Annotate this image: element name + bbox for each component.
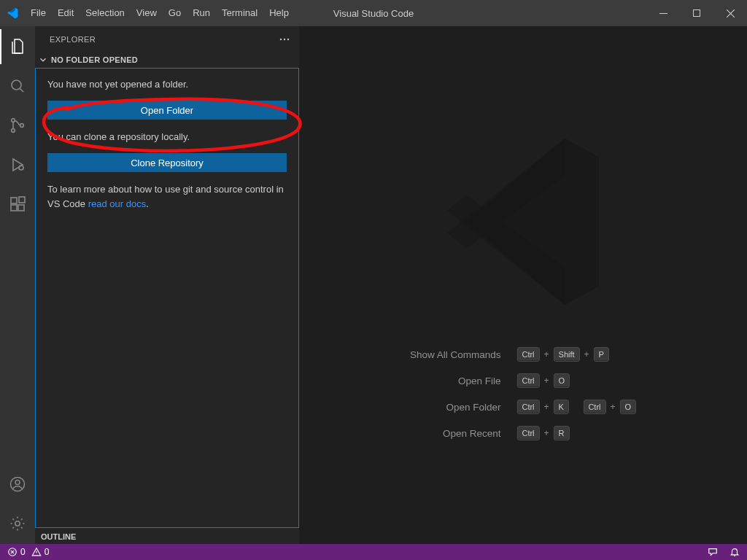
explorer-sidebar: EXPLORER NO FOLDER OPENED You have not y… [35, 26, 299, 544]
plus-icon: + [544, 428, 549, 438]
editor-area: Show All Commands Ctrl+Shift+P Open File… [299, 26, 747, 544]
more-actions-icon[interactable] [279, 34, 290, 45]
clone-repository-button[interactable]: Clone Repository [47, 153, 287, 172]
search-icon[interactable] [0, 69, 35, 104]
menu-terminal[interactable]: Terminal [216, 0, 263, 26]
sidebar-header: EXPLORER [35, 26, 299, 52]
menu-bar: File Edit Selection View Go Run Terminal… [25, 0, 295, 26]
menu-view[interactable]: View [131, 0, 163, 26]
status-warnings-count: 0 [44, 547, 50, 557]
chevron-down-icon [38, 55, 48, 65]
clone-message: You can clone a repository locally. [47, 130, 287, 144]
shortcut-keys: Ctrl+Shift+P [516, 347, 636, 362]
settings-gear-icon[interactable] [0, 506, 35, 541]
section-label: NO FOLDER OPENED [51, 55, 138, 64]
extensions-icon[interactable] [0, 187, 35, 222]
svg-point-1 [12, 80, 21, 90]
feedback-icon[interactable] [708, 547, 718, 557]
no-folder-opened-header[interactable]: NO FOLDER OPENED [35, 52, 299, 68]
text-period: . [146, 198, 149, 209]
svg-point-11 [15, 481, 20, 485]
sidebar-title: EXPLORER [50, 35, 96, 44]
notifications-bell-icon[interactable] [729, 547, 740, 557]
vscode-logo-icon [0, 7, 25, 20]
menu-selection[interactable]: Selection [80, 0, 130, 26]
plus-icon: + [611, 402, 616, 412]
key-k: K [554, 400, 569, 414]
svg-point-13 [280, 38, 282, 39]
svg-rect-6 [11, 198, 17, 203]
key-ctrl: Ctrl [583, 400, 605, 414]
key-o: O [554, 373, 570, 388]
plus-icon: + [544, 402, 549, 412]
accounts-icon[interactable] [0, 467, 35, 502]
error-icon [7, 547, 18, 557]
svg-rect-8 [18, 205, 24, 211]
minimize-button[interactable] [646, 0, 680, 26]
read-docs-link[interactable]: read our docs [88, 198, 147, 209]
explorer-icon[interactable] [0, 29, 35, 64]
activity-bar [0, 26, 35, 544]
vscode-watermark-icon [428, 127, 618, 319]
welcome-shortcuts: Show All Commands Ctrl+Shift+P Open File… [410, 347, 636, 440]
status-errors-count: 0 [20, 547, 26, 557]
menu-edit[interactable]: Edit [52, 0, 80, 26]
key-shift: Shift [554, 347, 580, 362]
key-ctrl: Ctrl [516, 373, 539, 388]
learn-more-pre: To learn more about how to use git and s… [47, 184, 284, 209]
svg-point-15 [287, 38, 289, 39]
menu-go[interactable]: Go [163, 0, 187, 26]
maximize-button[interactable] [680, 0, 713, 26]
svg-rect-7 [11, 205, 17, 211]
key-ctrl: Ctrl [516, 426, 539, 440]
svg-point-4 [20, 124, 24, 128]
shortcut-label: Show All Commands [410, 349, 501, 360]
source-control-icon[interactable] [0, 108, 35, 143]
plus-icon: + [544, 349, 549, 359]
titlebar: File Edit Selection View Go Run Terminal… [0, 0, 747, 26]
status-bar: 0 0 [0, 544, 747, 560]
plus-icon: + [584, 349, 589, 359]
svg-point-12 [15, 521, 20, 526]
menu-run[interactable]: Run [187, 0, 216, 26]
key-p: P [594, 347, 609, 362]
status-errors[interactable]: 0 [7, 547, 26, 557]
shortcut-label: Open File [410, 376, 501, 386]
warning-icon [31, 547, 42, 557]
shortcut-keys: Ctrl+K Ctrl+O [516, 400, 636, 414]
svg-point-3 [12, 129, 15, 133]
menu-file[interactable]: File [25, 0, 52, 26]
shortcut-label: Open Folder [410, 402, 501, 413]
svg-point-14 [284, 38, 285, 39]
svg-rect-0 [693, 9, 700, 16]
run-debug-icon[interactable] [0, 147, 35, 182]
shortcut-keys: Ctrl+O [516, 373, 636, 388]
no-folder-message: You have not yet opened a folder. [47, 77, 287, 92]
outline-label: OUTLINE [41, 532, 76, 541]
menu-help[interactable]: Help [263, 0, 295, 26]
shortcut-keys: Ctrl+R [516, 426, 636, 440]
open-folder-button[interactable]: Open Folder [47, 101, 287, 120]
svg-point-2 [12, 119, 15, 122]
close-button[interactable] [713, 0, 747, 26]
window-controls [646, 0, 747, 26]
svg-rect-9 [19, 197, 25, 203]
status-warnings[interactable]: 0 [31, 547, 50, 557]
key-ctrl: Ctrl [516, 347, 539, 362]
key-r: R [554, 426, 570, 440]
no-folder-panel: You have not yet opened a folder. Open F… [35, 68, 299, 528]
shortcut-label: Open Recent [410, 428, 501, 439]
key-ctrl: Ctrl [516, 400, 539, 414]
key-o: O [620, 400, 637, 414]
plus-icon: + [544, 376, 549, 386]
outline-header[interactable]: OUTLINE [35, 528, 299, 544]
learn-more-message: To learn more about how to use git and s… [47, 182, 287, 211]
